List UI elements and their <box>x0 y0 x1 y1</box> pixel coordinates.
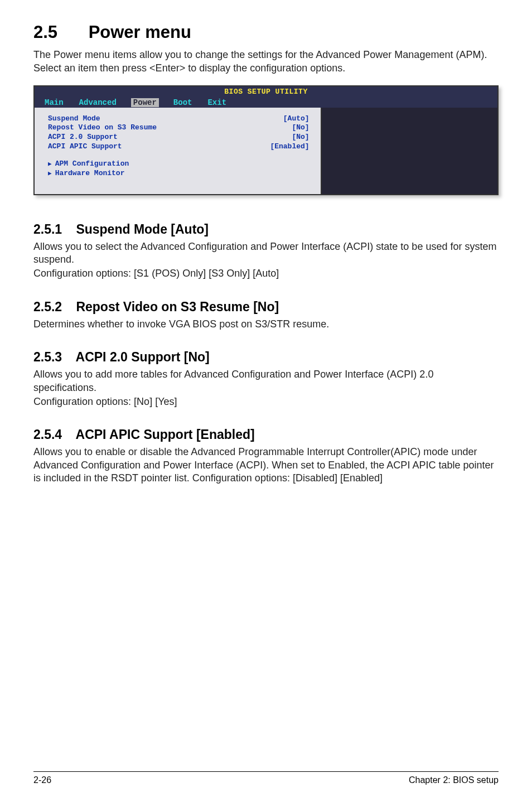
section-number: 2.5.1 <box>33 222 72 237</box>
section-title: Suspend Mode [Auto] <box>76 222 209 236</box>
bios-left-panel: Suspend Mode [Auto] Repost Video on S3 R… <box>35 108 322 194</box>
footer-chapter: Chapter 2: BIOS setup <box>409 775 499 785</box>
bios-body: Suspend Mode [Auto] Repost Video on S3 R… <box>35 108 497 194</box>
bios-label: Suspend Mode <box>48 114 100 124</box>
bios-tab-exit[interactable]: Exit <box>206 98 228 107</box>
bios-title: BIOS SETUP UTILITY <box>224 88 307 96</box>
bios-tabs: Main Advanced Power Boot Exit <box>43 98 228 107</box>
bios-screenshot: BIOS SETUP UTILITY Main Advanced Power B… <box>33 85 499 195</box>
bios-label: Repost Video on S3 Resume <box>48 123 157 133</box>
arrow-icon: ▶ <box>48 170 52 177</box>
bios-row-acpi-apic[interactable]: ACPI APIC Support [Enabled] <box>48 142 309 152</box>
bios-row-acpi-20[interactable]: ACPI 2.0 Support [No] <box>48 133 309 142</box>
heading-title: Power menu <box>89 22 191 42</box>
heading-number: 2.5 <box>33 22 84 42</box>
bios-row-suspend-mode[interactable]: Suspend Mode [Auto] <box>48 114 309 124</box>
spacer <box>33 493 499 772</box>
section-paragraph: Determines whether to invoke VGA BIOS po… <box>33 318 499 331</box>
bios-tab-advanced[interactable]: Advanced <box>78 98 118 107</box>
submenu-label: APM Configuration <box>55 160 129 169</box>
section-number: 2.5.3 <box>33 350 72 365</box>
bios-label: ACPI APIC Support <box>48 142 122 152</box>
bios-submenu-apm[interactable]: ▶ APM Configuration <box>48 160 309 169</box>
bios-value: [Auto] <box>283 114 309 124</box>
section-heading: 2.5.1 Suspend Mode [Auto] <box>33 222 499 237</box>
section-254: 2.5.4 ACPI APIC Support [Enabled] Allows… <box>33 416 499 486</box>
page-footer: 2-26 Chapter 2: BIOS setup <box>33 771 499 785</box>
bios-row-repost-video[interactable]: Repost Video on S3 Resume [No] <box>48 123 309 133</box>
bios-submenu-group: ▶ APM Configuration ▶ Hardware Monitor <box>48 160 309 178</box>
section-253: 2.5.3 ACPI 2.0 Support [No] Allows you t… <box>33 339 499 409</box>
section-title: ACPI APIC Support [Enabled] <box>76 427 255 442</box>
arrow-icon: ▶ <box>48 160 52 168</box>
section-heading: 2.5.4 ACPI APIC Support [Enabled] <box>33 427 499 442</box>
section-251: 2.5.1 Suspend Mode [Auto] Allows you to … <box>33 211 499 282</box>
submenu-label: Hardware Monitor <box>55 169 125 178</box>
section-paragraph: Configuration options: [No] [Yes] <box>33 395 499 408</box>
bios-tab-boot[interactable]: Boot <box>172 98 194 107</box>
footer-page-number: 2-26 <box>33 775 51 785</box>
section-title: ACPI 2.0 Support [No] <box>76 350 210 364</box>
section-number: 2.5.4 <box>33 427 72 442</box>
section-number: 2.5.2 <box>33 299 72 315</box>
bios-right-panel <box>322 108 497 194</box>
bios-submenu-hardware-monitor[interactable]: ▶ Hardware Monitor <box>48 169 309 178</box>
section-paragraph: Configuration options: [S1 (POS) Only] [… <box>33 267 499 280</box>
section-252: 2.5.2 Repost Video on S3 Resume [No] Det… <box>33 288 499 332</box>
section-paragraph: Allows you to add more tables for Advanc… <box>33 368 499 394</box>
bios-tab-main[interactable]: Main <box>43 98 65 107</box>
bios-label: ACPI 2.0 Support <box>48 133 118 142</box>
bios-tab-power[interactable]: Power <box>131 98 159 107</box>
bios-value: [Enabled] <box>270 142 309 152</box>
section-paragraph: Allows you to select the Advanced Config… <box>33 240 499 267</box>
section-title: Repost Video on S3 Resume [No] <box>76 299 279 314</box>
intro-paragraph: The Power menu items allow you to change… <box>33 48 499 75</box>
bios-value: [No] <box>292 123 309 133</box>
section-heading: 2.5.3 ACPI 2.0 Support [No] <box>33 350 499 365</box>
page-heading: 2.5 Power menu <box>33 22 499 42</box>
section-paragraph: Allows you to enable or disable the Adva… <box>33 446 499 485</box>
section-heading: 2.5.2 Repost Video on S3 Resume [No] <box>33 299 499 315</box>
bios-header: BIOS SETUP UTILITY Main Advanced Power B… <box>35 86 497 108</box>
bios-value: [No] <box>292 133 309 142</box>
